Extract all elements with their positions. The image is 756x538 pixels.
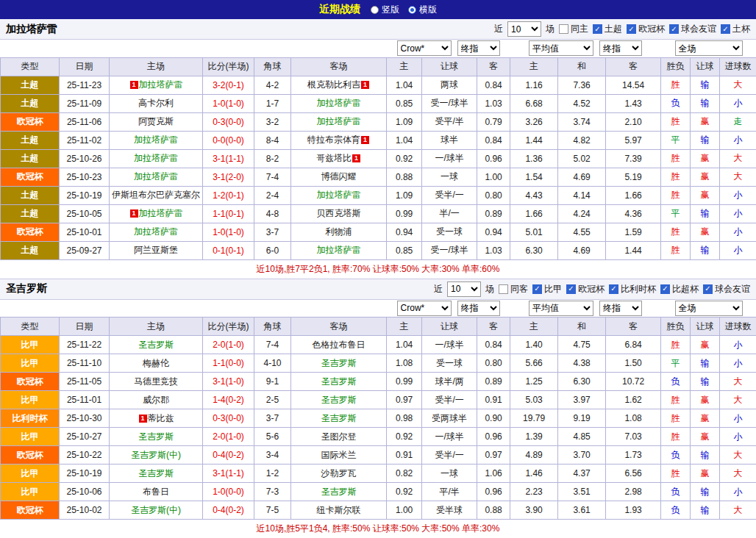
recent-count-select[interactable]: 10 [507, 21, 541, 37]
competition-filter[interactable]: 球会友谊 [703, 283, 750, 295]
competition-filter[interactable]: 欧冠杯 [627, 23, 665, 35]
away-team-link[interactable]: 国际米兰 [321, 450, 357, 460]
away-team-link[interactable]: 贝西克塔斯 [317, 208, 361, 218]
avg-stage-select[interactable]: 终指 [599, 301, 642, 316]
radio-icon[interactable] [371, 6, 379, 14]
away-team-link[interactable]: 加拉塔萨雷 [317, 190, 361, 200]
score-link[interactable]: 3-1(1-0) [213, 376, 244, 387]
score-link[interactable]: 0-3(0-0) [213, 117, 244, 127]
away-team-link[interactable]: 加拉塔萨雷 [317, 98, 361, 108]
avg-odds-select[interactable]: 平均值 [529, 301, 593, 316]
score-link[interactable]: 0-4(0-2) [213, 505, 244, 515]
away-team-link[interactable]: 纽卡斯尔联 [317, 505, 361, 515]
competition-filter[interactable]: 比超杯 [660, 283, 699, 295]
away-team-link[interactable]: 利物浦 [326, 226, 352, 237]
score-cell: 1-1(0-0) [203, 354, 254, 373]
checkbox-icon[interactable] [499, 284, 508, 294]
view-mode-horizontal[interactable]: 横版 [408, 4, 437, 16]
score-link[interactable]: 3-1(2-0) [213, 172, 244, 182]
checkbox-icon[interactable] [566, 284, 576, 294]
odds-stage-select[interactable]: 终指 [457, 301, 500, 316]
home-team-link[interactable]: 加拉塔萨雷 [134, 171, 178, 182]
score-link[interactable]: 1-4(0-2) [213, 395, 244, 405]
score-link[interactable]: 1-0(1-0) [213, 98, 244, 109]
score-link[interactable]: 0-0(0-0) [213, 135, 244, 146]
home-team-link[interactable]: 高卡尔利 [138, 98, 174, 108]
view-mode-vertical[interactable]: 竖版 [371, 4, 399, 16]
away-team-link[interactable]: 圣图尔登 [321, 431, 357, 442]
away-team-link[interactable]: 博德闪耀 [321, 171, 357, 182]
score-link[interactable]: 0-4(0-2) [213, 450, 244, 460]
checkbox-icon[interactable] [669, 24, 679, 34]
checkbox-icon[interactable] [703, 284, 713, 294]
odds-stage-select[interactable]: 终指 [457, 40, 500, 56]
home-team-link[interactable]: 阿兰亚斯堡 [134, 245, 178, 255]
away-team-link[interactable]: 沙勒罗瓦 [321, 468, 357, 478]
scope-select[interactable]: 全场 [675, 40, 743, 56]
away-team-link[interactable]: 圣吉罗斯 [321, 376, 357, 387]
away-team-link[interactable]: 圣吉罗斯 [321, 358, 357, 368]
home-team-link[interactable]: 威尔郡 [143, 395, 169, 405]
home-team-link[interactable]: 伊斯坦布尔巴萨克塞尔 [112, 190, 200, 200]
checkbox-icon[interactable] [593, 24, 602, 34]
score-link[interactable]: 2-0(1-0) [213, 340, 244, 350]
scope-select[interactable]: 全场 [675, 301, 743, 316]
odds-company-select[interactable]: Crow* [397, 40, 452, 56]
home-team-link[interactable]: 布鲁日 [143, 487, 169, 497]
avg-stage-select[interactable]: 终指 [599, 40, 642, 56]
home-team-link[interactable]: 梅赫伦 [143, 358, 169, 368]
score-link[interactable]: 0-3(0-0) [213, 413, 244, 423]
checkbox-icon[interactable] [627, 24, 636, 34]
checkbox-icon[interactable] [532, 284, 542, 294]
checkbox-icon[interactable] [559, 24, 568, 34]
goals-result-cell: 大 [720, 168, 756, 186]
competition-filter[interactable]: 比利时杯 [609, 283, 656, 295]
score-link[interactable]: 1-1(0-1) [213, 209, 244, 219]
radio-icon[interactable] [408, 6, 416, 14]
home-team-link[interactable]: 加拉塔萨雷 [139, 208, 183, 218]
score-link[interactable]: 0-1(0-1) [213, 245, 244, 256]
away-team-link[interactable]: 加拉塔萨雷 [317, 245, 361, 255]
home-team-link[interactable]: 圣吉罗斯(中) [131, 450, 181, 460]
away-team-link[interactable]: 特拉布宗体育 [307, 134, 360, 145]
odds-company-select[interactable]: Crow* [397, 301, 452, 316]
home-team-link[interactable]: 圣吉罗斯 [138, 340, 174, 350]
home-team-link[interactable]: 圣吉罗斯 [138, 431, 174, 442]
score-link[interactable]: 3-1(1-1) [213, 154, 244, 164]
recent-count-select[interactable]: 10 [447, 281, 481, 297]
competition-filter[interactable]: 球会友谊 [669, 23, 716, 35]
away-team-link[interactable]: 色格拉布鲁日 [313, 340, 365, 350]
avg-odds-select[interactable]: 平均值 [529, 40, 593, 56]
away-team-link[interactable]: 圣吉罗斯 [321, 395, 357, 405]
score-link[interactable]: 2-0(1-0) [213, 431, 244, 442]
checkbox-icon[interactable] [660, 284, 670, 294]
home-team-link[interactable]: 圣吉罗斯(中) [131, 505, 181, 515]
score-link[interactable]: 1-0(1-0) [213, 227, 244, 237]
competition-filter[interactable]: 土超 [593, 23, 622, 35]
checkbox-icon[interactable] [721, 24, 730, 34]
competition-filter[interactable]: 比甲 [532, 283, 562, 295]
home-team-link[interactable]: 加拉塔萨雷 [134, 226, 178, 237]
home-team-link[interactable]: 阿贾克斯 [138, 116, 174, 126]
away-team-link[interactable]: 圣吉罗斯 [321, 413, 357, 423]
score-link[interactable]: 1-1(0-0) [213, 358, 244, 368]
competition-filter[interactable]: 土杯 [721, 23, 750, 35]
home-team-link[interactable]: 圣吉罗斯 [138, 468, 174, 478]
home-team-link[interactable]: 加拉塔萨雷 [139, 79, 183, 90]
away-team-link[interactable]: 哥兹塔比 [316, 153, 352, 163]
same-venue-filter[interactable]: 同客 [499, 283, 528, 295]
score-link[interactable]: 1-2(0-1) [213, 190, 244, 201]
same-venue-filter[interactable]: 同主 [559, 23, 588, 35]
home-team-link[interactable]: 加拉塔萨雷 [134, 153, 178, 163]
score-link[interactable]: 3-1(1-1) [213, 468, 244, 478]
away-team-link[interactable]: 圣吉罗斯 [321, 487, 357, 497]
score-link[interactable]: 1-0(0-0) [213, 487, 244, 497]
home-team-link[interactable]: 蒂比兹 [148, 413, 174, 423]
home-team-link[interactable]: 加拉塔萨雷 [134, 134, 178, 145]
away-team-link[interactable]: 加拉塔萨雷 [317, 116, 361, 126]
score-link[interactable]: 3-2(0-1) [213, 80, 244, 90]
competition-filter[interactable]: 欧冠杯 [566, 283, 605, 295]
away-team-link[interactable]: 根克勒比利吉 [307, 79, 360, 90]
home-team-link[interactable]: 马德里竞技 [134, 376, 178, 387]
checkbox-icon[interactable] [609, 284, 618, 294]
